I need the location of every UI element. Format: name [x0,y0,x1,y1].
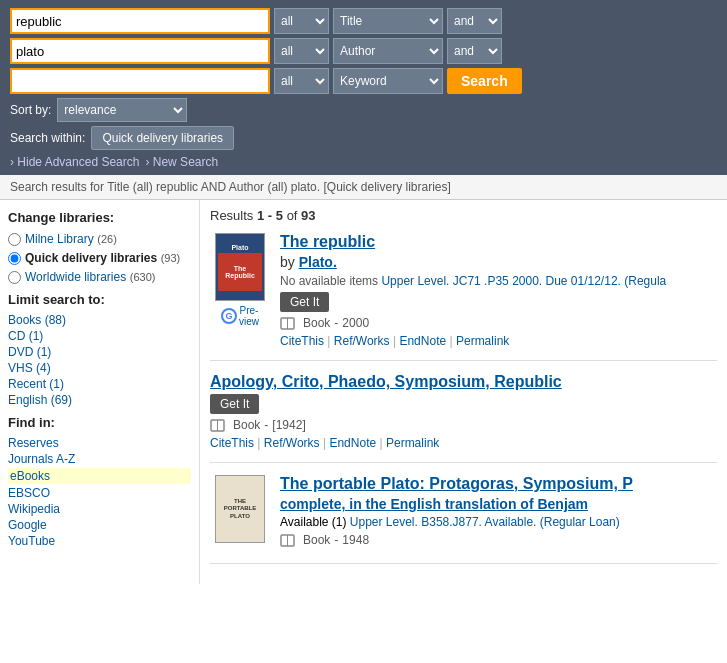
scope-select-3[interactable]: all [274,68,329,94]
result-meta-3: Book - 1948 [280,533,717,547]
find-in-ebsco-link[interactable]: EBSCO [8,486,50,500]
limit-recent-link[interactable]: Recent (1) [8,377,64,391]
google-g-icon: G [221,308,237,324]
preview-text: Pre-view [239,305,259,327]
book-cover-3: THEPORTABLEPLATO [215,475,265,543]
find-in-youtube: YouTube [8,534,191,548]
field-select-3[interactable]: Keyword [333,68,443,94]
limit-search-title: Limit search to: [8,292,191,307]
sep2: | [393,334,396,348]
sort-row: Sort by: relevance [10,98,717,122]
book-cover-1: Plato TheRepublic [215,233,265,301]
search-button[interactable]: Search [447,68,522,94]
library-quick-count: (93) [161,252,181,264]
find-in-wikipedia-link[interactable]: Wikipedia [8,502,60,516]
results-total: 93 [301,208,315,223]
result-author-prefix-1: by [280,254,295,270]
result-format-1: Book [303,316,330,330]
action-citethis-1[interactable]: CiteThis [280,334,324,348]
search-input-2[interactable] [10,38,270,64]
result-availability-1: No available items Upper Level. JC71 .P3… [280,274,717,288]
results-info-text: Search results for Title (all) republic … [10,180,451,194]
result-title-1[interactable]: The republic [280,233,717,251]
result-year-1: 2000 [342,316,369,330]
action-citethis-2[interactable]: CiteThis [210,436,254,450]
library-milne-count: (26) [97,233,117,245]
scope-select-2[interactable]: all [274,38,329,64]
search-row-3: all Keyword Search [10,68,717,94]
field-select-2[interactable]: Author [333,38,443,64]
cover-image-1: TheRepublic [218,253,262,291]
advanced-links: Hide Advanced Search New Search [10,155,717,169]
library-milne-label[interactable]: Milne Library [25,232,94,246]
action-endnote-1[interactable]: EndNote [399,334,446,348]
field-select-1[interactable]: Title [333,8,443,34]
library-worldwide-radio[interactable] [8,271,21,284]
sep2b: | [323,436,326,450]
limit-vhs-link[interactable]: VHS (4) [8,361,51,375]
limit-dvd-link[interactable]: DVD (1) [8,345,51,359]
action-refworks-1[interactable]: Ref/Works [334,334,390,348]
sort-select[interactable]: relevance [57,98,187,122]
results-count-label: Results [210,208,253,223]
change-libraries-title: Change libraries: [8,210,191,225]
connector-select-1[interactable]: and [447,8,502,34]
result-availability-detail-1[interactable]: Upper Level. JC71 .P35 2000. Due 01/12/1… [381,274,666,288]
book-format-icon-3 [280,534,296,547]
result-dash-1: - [334,316,338,330]
result-title-3b[interactable]: complete, in the English translation of … [280,496,717,512]
limit-books-link[interactable]: Books (88) [8,313,66,327]
book-format-icon-2 [210,419,226,432]
find-in-youtube-link[interactable]: YouTube [8,534,55,548]
library-worldwide: Worldwide libraries (630) [8,269,191,284]
result-body-2: Apology, Crito, Phaedo, Symposium, Repub… [210,373,717,450]
result-title-3[interactable]: The portable Plato: Protagoras, Symposiu… [280,475,717,493]
action-permalink-2[interactable]: Permalink [386,436,439,450]
limit-dvd: DVD (1) [8,345,191,359]
book-format-icon-1 [280,317,296,330]
hide-advanced-link[interactable]: Hide Advanced Search [10,155,139,169]
result-dash-2: - [264,418,268,432]
result-item-1: Plato TheRepublic G Pre-view The republi… [210,233,717,361]
find-in-google-link[interactable]: Google [8,518,47,532]
limit-cd-link[interactable]: CD (1) [8,329,43,343]
cover-title-3: THEPORTABLEPLATO [224,498,257,520]
search-input-1[interactable] [10,8,270,34]
action-refworks-2[interactable]: Ref/Works [264,436,320,450]
result-format-3: Book [303,533,330,547]
result-meta-1: Book - 2000 [280,316,717,330]
results-range: 1 - 5 [257,208,283,223]
scope-select-1[interactable]: all [274,8,329,34]
search-input-3[interactable] [10,68,270,94]
google-preview-1[interactable]: G Pre-view [221,305,259,327]
action-endnote-2[interactable]: EndNote [329,436,376,450]
library-quick-label: Quick delivery libraries [25,251,157,265]
avail-detail-3[interactable]: Upper Level. B358.J877. Available. (Regu… [350,515,620,529]
library-quick-radio[interactable] [8,252,21,265]
sep1b: | [257,436,260,450]
search-row-2: all Author and [10,38,717,64]
action-permalink-1[interactable]: Permalink [456,334,509,348]
result-item-3: THEPORTABLEPLATO The portable Plato: Pro… [210,475,717,564]
find-in-items: Reserves Journals A-Z eBooks EBSCO Wikip… [8,436,191,548]
new-search-link[interactable]: New Search [145,155,218,169]
find-in-ebooks: eBooks [8,468,191,484]
result-thumb-1: Plato TheRepublic G Pre-view [210,233,270,348]
find-in-reserves-link[interactable]: Reserves [8,436,59,450]
library-worldwide-label[interactable]: Worldwide libraries [25,270,126,284]
result-no-available-1: No available items [280,274,378,288]
connector-select-2[interactable]: and [447,38,502,64]
within-button[interactable]: Quick delivery libraries [91,126,234,150]
result-author-link-1[interactable]: Plato. [299,254,337,270]
result-item-2: Apology, Crito, Phaedo, Symposium, Repub… [210,373,717,463]
get-it-button-2[interactable]: Get It [210,394,259,414]
result-title-2[interactable]: Apology, Crito, Phaedo, Symposium, Repub… [210,373,717,391]
get-it-button-1[interactable]: Get It [280,292,329,312]
sep1: | [327,334,330,348]
limit-english-link[interactable]: English (69) [8,393,72,407]
find-in-ebooks-link[interactable]: eBooks [8,468,191,484]
result-body-3: The portable Plato: Protagoras, Symposiu… [280,475,717,551]
find-in-ebsco: EBSCO [8,486,191,500]
library-milne-radio[interactable] [8,233,21,246]
find-in-journals-link[interactable]: Journals A-Z [8,452,75,466]
